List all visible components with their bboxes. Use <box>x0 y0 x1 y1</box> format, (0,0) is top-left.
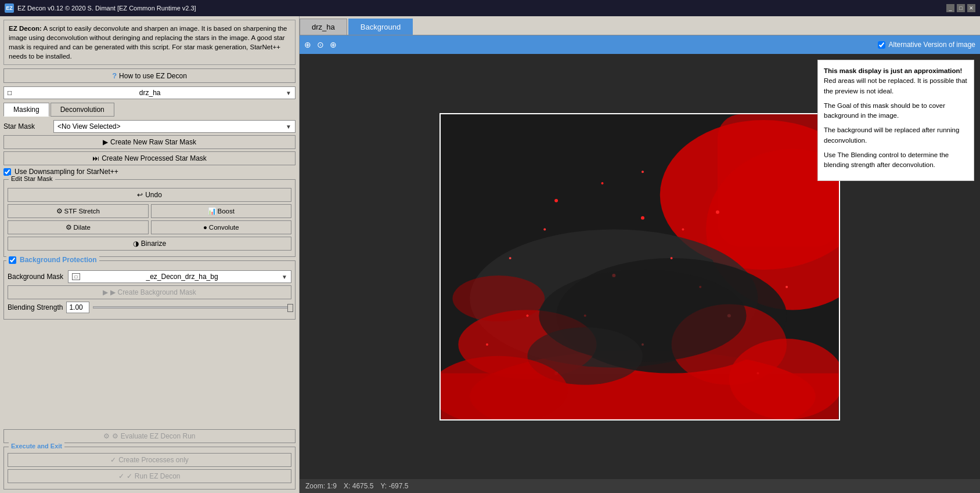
svg-point-14 <box>641 216 644 219</box>
dilate-button[interactable]: ⚙ Dilate <box>8 220 149 234</box>
boost-button[interactable]: 📊 Boost <box>151 204 292 218</box>
description-text: A script to easily deconvolute and sharp… <box>9 25 287 60</box>
bg-mask-arrow-icon: ▼ <box>282 274 287 280</box>
info-line4: Use The Blending control to determine th… <box>824 150 968 171</box>
alt-version-row: Alternative Version of image <box>878 41 975 49</box>
svg-point-24 <box>786 285 788 288</box>
star-mask-value: <No View Selected> <box>57 122 121 130</box>
minimize-button[interactable]: _ <box>946 4 954 12</box>
blending-value[interactable]: 1.00 <box>66 302 89 313</box>
create-processes-label: Create Processes only <box>118 456 189 464</box>
tab-row: Masking Deconvolution <box>3 103 296 117</box>
run-label: ✓ Run EZ Decon <box>127 472 180 480</box>
svg-point-11 <box>554 198 558 202</box>
create-raw-icon: ▶ <box>103 138 108 146</box>
edit-star-mask-group-label: Edit Star Mask <box>9 175 55 182</box>
info-line1: This mask display is just an approximati… <box>824 66 968 96</box>
create-background-mask-button[interactable]: ▶ ▶ Create Background Mask <box>8 285 291 299</box>
image-display-area: This mask display is just an approximati… <box>300 54 980 479</box>
undo-label: Undo <box>145 191 162 199</box>
stf-label: STF Stretch <box>64 208 100 215</box>
bg-protection-checkbox[interactable] <box>9 256 16 264</box>
create-bg-label: ▶ Create Background Mask <box>110 288 196 296</box>
run-icon: ✓ <box>118 472 124 480</box>
use-downsampling-label: Use Downsampling for StarNet++ <box>15 168 118 176</box>
background-mask-dropdown[interactable]: □ _ez_Decon_drz_ha_bg ▼ <box>68 270 291 283</box>
convolute-icon: ● <box>203 224 207 231</box>
evaluate-button[interactable]: ⚙ ⚙ Evaluate EZ Decon Run <box>3 429 296 443</box>
create-processed-icon: ⏭ <box>92 154 99 162</box>
zoom-reset-icon[interactable]: ⊕ <box>304 40 311 49</box>
svg-point-13 <box>543 228 546 230</box>
tab-drz-ha[interactable]: drz_ha <box>300 19 347 35</box>
description-bold: EZ Decon: <box>9 25 42 32</box>
zoom-100-icon[interactable]: ⊕ <box>330 40 337 49</box>
info-panel: This mask display is just an approximati… <box>817 60 974 181</box>
stf-stretch-button[interactable]: ⚙ STF Stretch <box>8 204 149 218</box>
blending-row: Blending Strength 1.00 <box>8 302 291 313</box>
convolute-button[interactable]: ● Convolute <box>151 220 292 234</box>
close-button[interactable]: ✕ <box>967 4 975 12</box>
convolute-label: Convolute <box>209 224 239 231</box>
cursor-x: X: 4675.5 <box>344 482 373 490</box>
bg-mask-icon: □ <box>72 273 80 280</box>
create-processed-star-mask-button[interactable]: ⏭ Create New Processed Star Mask <box>3 151 296 165</box>
tab-deconvolution[interactable]: Deconvolution <box>51 103 114 117</box>
binarize-button[interactable]: ◑ Binarize <box>8 237 291 251</box>
execute-label: Execute and Exit <box>9 443 64 449</box>
create-processes-button[interactable]: ✓ Create Processes only <box>8 453 291 467</box>
evaluate-label: ⚙ Evaluate EZ Decon Run <box>112 432 195 440</box>
boost-label: Boost <box>218 208 235 215</box>
boost-icon: 📊 <box>208 207 216 215</box>
background-mask-row: Background Mask □ _ez_Decon_drz_ha_bg ▼ <box>8 270 291 283</box>
create-raw-star-mask-button[interactable]: ▶ Create New Raw Star Mask <box>3 135 296 149</box>
info-line2: The Goal of this mask should be to cover… <box>824 101 968 121</box>
alt-version-checkbox[interactable] <box>878 41 885 49</box>
zoom-bar: Zoom: 1:9 X: 4675.5 Y: -697.5 <box>300 479 980 493</box>
blending-slider[interactable] <box>93 306 291 309</box>
undo-button[interactable]: ↩ Undo <box>8 188 291 202</box>
image-dropdown[interactable]: □ drz_ha ▼ <box>3 86 296 99</box>
help-icon: ? <box>112 71 117 80</box>
create-processed-label: Create New Processed Star Mask <box>102 154 207 162</box>
image-dropdown-value: drz_ha <box>139 89 161 97</box>
image-icon: □ <box>8 89 12 97</box>
svg-point-12 <box>601 182 604 184</box>
create-bg-icon: ▶ <box>103 288 108 296</box>
background-mask-value: _ez_Decon_drz_ha_bg <box>146 273 218 281</box>
tab-background[interactable]: Background <box>348 19 413 35</box>
dilate-icon: ⚙ <box>66 223 72 231</box>
image-selector-row: □ drz_ha ▼ <box>3 86 296 99</box>
zoom-fit-icon[interactable]: ⊙ <box>317 40 324 49</box>
app-icon: EZ <box>5 3 14 13</box>
run-ez-decon-button[interactable]: ✓ ✓ Run EZ Decon <box>8 469 291 483</box>
star-mask-dropdown[interactable]: <No View Selected> ▼ <box>53 120 296 133</box>
alt-version-label: Alternative Version of image <box>889 41 975 49</box>
nebula-image <box>441 114 839 419</box>
maximize-button[interactable]: □ <box>957 4 965 12</box>
svg-point-15 <box>509 257 511 259</box>
create-processes-icon: ✓ <box>110 456 116 464</box>
tab-masking[interactable]: Masking <box>3 103 49 117</box>
background-protection-group: Background Protection Background Mask □ … <box>3 260 296 320</box>
zoom-level: Zoom: 1:9 <box>305 482 337 490</box>
svg-point-33 <box>729 339 839 419</box>
description-box: EZ Decon: A script to easily deconvolute… <box>3 20 296 65</box>
help-button-label: How to use EZ Decon <box>119 72 187 80</box>
execute-group: Execute and Exit ✓ Create Processes only… <box>3 447 296 490</box>
use-downsampling-checkbox[interactable] <box>3 168 11 176</box>
svg-point-28 <box>642 171 644 173</box>
info-bold: This mask display is just an approximati… <box>824 67 962 74</box>
info-line3: The background will be replaced after ru… <box>824 125 968 146</box>
binarize-icon: ◑ <box>133 240 139 248</box>
star-mask-arrow-icon: ▼ <box>286 124 291 130</box>
edit-star-mask-group: Edit Star Mask ↩ Undo ⚙ STF Stretch 📊 Bo… <box>3 179 296 257</box>
title-bar-text: EZ Decon v0.12 © 2020 S. Dimant [EZ Comm… <box>17 5 196 12</box>
bg-protection-title: Background Protection <box>20 256 97 264</box>
create-raw-label: Create New Raw Star Mask <box>110 138 196 146</box>
dropdown-arrow-icon: ▼ <box>286 90 291 96</box>
evaluate-icon: ⚙ <box>103 432 110 440</box>
image-toolbar: ⊕ ⊙ ⊕ Alternative Version of image <box>300 35 980 54</box>
undo-icon: ↩ <box>137 191 143 199</box>
help-button[interactable]: ? How to use EZ Decon <box>3 68 296 83</box>
